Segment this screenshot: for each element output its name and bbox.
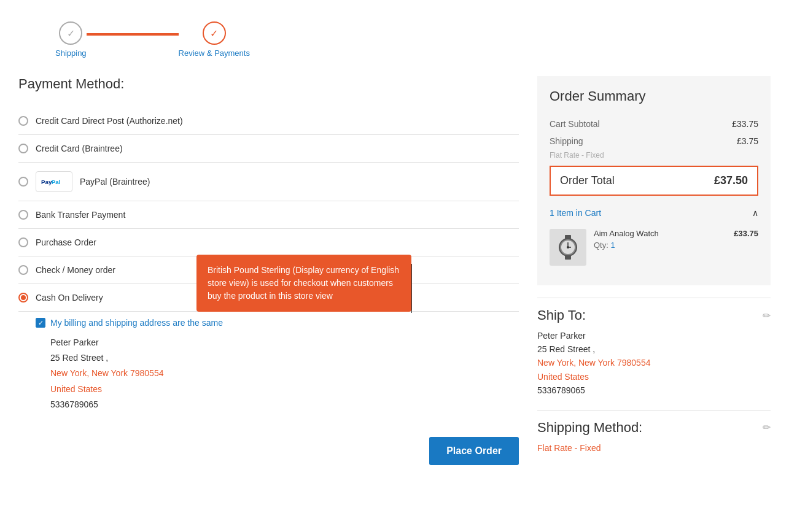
cash-label: Cash On Delivery (36, 293, 103, 303)
step-shipping: ✓ Shipping (55, 21, 87, 58)
place-order-button[interactable]: Place Order (429, 437, 519, 465)
ship-to-section: Ship To: ✏ Peter Parker 25 Red Street , … (537, 298, 771, 407)
review-label: Review & Payments (179, 48, 250, 58)
radio-cash[interactable] (18, 293, 28, 303)
ship-to-title: Ship To: (537, 307, 586, 323)
ship-to-phone: 5336789065 (537, 384, 771, 397)
left-panel: Payment Method: Credit Card Direct Post … (18, 76, 519, 465)
cart-item-price: £33.75 (734, 229, 758, 266)
tooltip-line (411, 264, 412, 313)
radio-bank[interactable] (18, 210, 28, 220)
chevron-up-icon[interactable]: ∧ (752, 208, 758, 218)
cod-details: ✓ My billing and shipping address are th… (18, 312, 519, 418)
svg-text:Pal: Pal (52, 179, 61, 185)
cart-item-name: Aim Analog Watch (594, 229, 726, 238)
cart-items-label: Item in Cart (557, 208, 601, 218)
shipping-value: £3.75 (737, 136, 758, 146)
radio-check[interactable] (18, 265, 28, 275)
paypal-logo: Pay Pal (36, 171, 72, 192)
shipping-method-section: Shipping Method: ✏ Flat Rate - Fixed (537, 410, 771, 462)
cc-braintree-label: Credit Card (Braintree) (36, 144, 123, 153)
shipping-subtext: Flat Rate - Fixed (550, 151, 758, 160)
tooltip-box: British Pound Sterling (Display currency… (196, 255, 411, 312)
billing-checkbox-label: My billing and shipping address are the … (50, 318, 223, 328)
cc-direct-label: Credit Card Direct Post (Authorize.net) (36, 116, 183, 126)
check-label: Check / Money order (36, 265, 115, 275)
cart-item-image (550, 229, 586, 266)
billing-checkbox-row[interactable]: ✓ My billing and shipping address are th… (36, 318, 519, 328)
payment-method-title: Payment Method: (18, 76, 519, 92)
payment-option-bank[interactable]: Bank Transfer Payment (18, 201, 519, 229)
right-panel: Order Summary Cart Subtotal £33.75 Shipp… (537, 76, 771, 465)
shipping-label: Shipping (55, 48, 87, 58)
radio-cc-direct[interactable] (18, 116, 28, 126)
review-circle: ✓ (203, 21, 226, 45)
shipping-circle: ✓ (59, 21, 82, 45)
address-phone: 5336789065 (50, 397, 519, 412)
progress-steps: ✓ Shipping ✓ Review & Payments (18, 12, 771, 70)
step-line (87, 33, 179, 36)
cart-subtotal-label: Cart Subtotal (550, 119, 600, 129)
order-summary-title: Order Summary (550, 88, 758, 104)
payment-option-paypal[interactable]: Pay Pal PayPal (Braintree) (18, 163, 519, 201)
ship-to-header: Ship To: ✏ (537, 307, 771, 323)
cart-item: Aim Analog Watch Qty: 1 £33.75 (550, 222, 758, 273)
ship-to-city: New York, New York 7980554 (537, 356, 771, 369)
billing-address-block: Peter Parker 25 Red Street , New York, N… (36, 335, 519, 412)
shipping-method-value: Flat Rate - Fixed (537, 443, 771, 453)
shipping-method-header: Shipping Method: ✏ (537, 420, 771, 436)
cart-items-header[interactable]: 1 Item in Cart ∧ (550, 202, 758, 222)
order-total-row: Order Total £37.50 (550, 166, 758, 196)
address-name: Peter Parker (50, 335, 519, 350)
cart-subtotal-row: Cart Subtotal £33.75 (550, 115, 758, 133)
svg-text:Pay: Pay (41, 179, 52, 185)
shipping-method-edit-icon[interactable]: ✏ (763, 422, 771, 433)
ship-to-country: United States (537, 370, 771, 384)
billing-checkbox[interactable]: ✓ (36, 318, 45, 328)
radio-paypal[interactable] (18, 177, 28, 187)
cart-item-details: Aim Analog Watch Qty: 1 (594, 229, 726, 266)
shipping-label: Shipping (550, 136, 583, 146)
address-street: 25 Red Street , (50, 350, 519, 366)
radio-cc-braintree[interactable] (18, 144, 28, 153)
payment-option-purchase[interactable]: Purchase Order (18, 229, 519, 256)
order-summary-box: Order Summary Cart Subtotal £33.75 Shipp… (537, 76, 771, 285)
shipping-method-title: Shipping Method: (537, 420, 642, 436)
cart-items-count: 1 (550, 208, 554, 218)
purchase-label: Purchase Order (36, 237, 96, 247)
ship-to-edit-icon[interactable]: ✏ (763, 310, 771, 322)
ship-to-name: Peter Parker (537, 331, 771, 341)
cart-subtotal-value: £33.75 (732, 119, 758, 129)
order-total-label: Order Total (560, 174, 615, 187)
radio-purchase[interactable] (18, 237, 28, 247)
address-city: New York, New York 7980554 (50, 366, 519, 381)
paypal-label: PayPal (Braintree) (80, 177, 150, 187)
step-review: ✓ Review & Payments (179, 21, 250, 58)
cart-items-count-title: 1 Item in Cart (550, 208, 601, 218)
ship-to-street: 25 Red Street , (537, 342, 771, 356)
cart-item-qty: Qty: 1 (594, 241, 726, 250)
bank-label: Bank Transfer Payment (36, 210, 125, 220)
shipping-row: Shipping £3.75 (550, 133, 758, 150)
payment-option-cc-braintree[interactable]: Credit Card (Braintree) (18, 135, 519, 163)
address-country: United States (50, 382, 519, 397)
payment-option-cc-direct[interactable]: Credit Card Direct Post (Authorize.net) (18, 107, 519, 135)
order-total-amount: £37.50 (714, 174, 748, 187)
